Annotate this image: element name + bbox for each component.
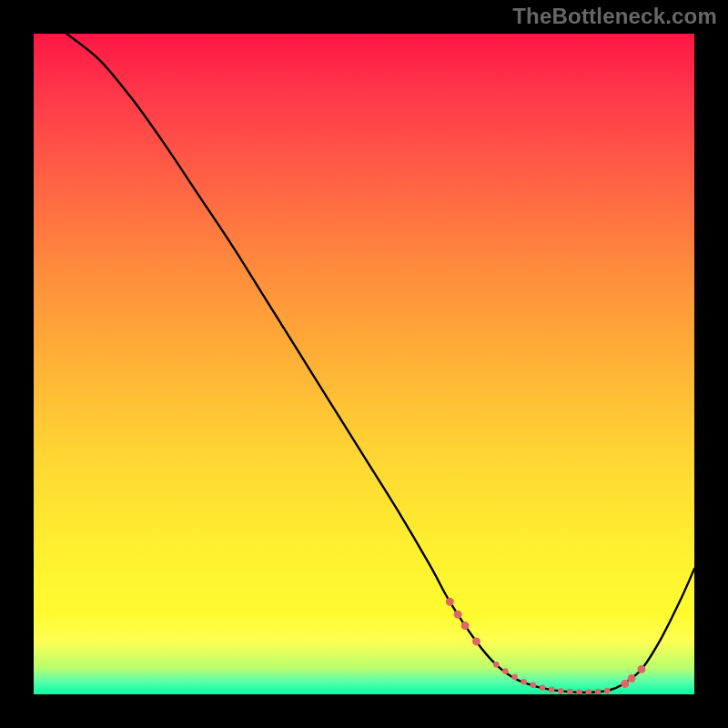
marker-point: [637, 665, 645, 673]
marker-point: [472, 637, 480, 645]
chart-frame: TheBottleneck.com: [0, 0, 728, 728]
plot-area: [34, 34, 694, 694]
curve-layer: [34, 34, 694, 694]
marker-point: [576, 689, 582, 694]
marker-point: [621, 680, 629, 688]
marker-point: [540, 684, 546, 691]
marker-point: [628, 674, 636, 682]
marker-point: [511, 674, 518, 681]
marker-group: [446, 598, 646, 694]
watermark: TheBottleneck.com: [512, 4, 717, 29]
marker-point: [454, 611, 462, 619]
marker-point: [521, 679, 527, 685]
marker-point: [502, 668, 509, 674]
marker-point: [461, 622, 470, 630]
marker-point: [446, 598, 454, 606]
marker-point: [595, 689, 602, 694]
marker-point: [558, 688, 564, 694]
marker-point: [567, 689, 573, 694]
marker-point: [586, 689, 592, 694]
bottleneck-curve: [66, 34, 694, 693]
marker-point: [549, 687, 555, 693]
marker-point: [531, 682, 537, 689]
marker-point: [604, 688, 611, 694]
marker-point: [493, 662, 500, 668]
